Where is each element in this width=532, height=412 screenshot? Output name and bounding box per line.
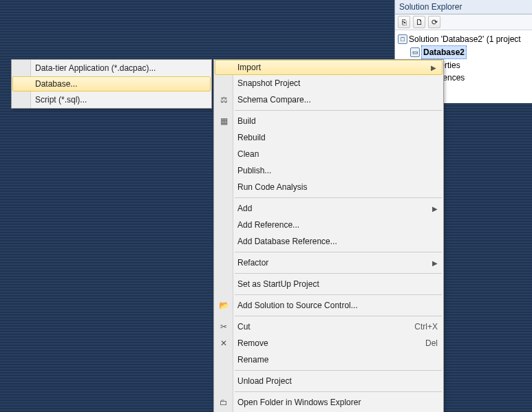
menu-item-label: Build	[233, 116, 438, 126]
submenu-item-label: Script (*.sql)...	[31, 95, 206, 105]
import-submenu-item[interactable]: Script (*.sql)...	[12, 91, 211, 108]
menu-separator	[235, 110, 442, 111]
open-folder-icon: 🗀	[214, 398, 233, 407]
toolbar-refresh-icon[interactable]: ⟳	[428, 16, 440, 28]
project-label: Database2	[421, 45, 467, 59]
submenu-arrow-icon: ▶	[417, 64, 436, 72]
menu-item-label: Add Reference...	[233, 220, 438, 230]
context-menu-item[interactable]: Run Code Analysis	[214, 179, 443, 195]
submenu-item-label: Database...	[31, 79, 204, 89]
context-menu-item[interactable]: Import▶	[215, 60, 443, 75]
solution-label: Solution 'Database2' (1 project	[409, 33, 521, 45]
compare-icon: ⚖	[214, 95, 233, 105]
menu-item-shortcut: Del	[412, 338, 438, 348]
context-menu-item[interactable]: Rename	[214, 351, 443, 368]
menu-separator	[235, 391, 442, 392]
context-menu-item[interactable]: 🗀Open Folder in Windows Explorer	[214, 394, 443, 411]
context-menu-item[interactable]: ▦Build	[214, 113, 443, 129]
folder-icon: 📂	[214, 301, 233, 310]
project-node[interactable]: ▭ Database2	[398, 45, 529, 59]
menu-item-label: Import	[233, 63, 417, 72]
menu-separator	[235, 252, 442, 252]
context-menu-item[interactable]: Publish...	[214, 162, 443, 179]
context-menu-item[interactable]: ✂CutCtrl+X	[214, 318, 443, 335]
context-menu-item[interactable]: ✕RemoveDel	[214, 335, 443, 351]
project-context-menu: Import▶Snapshot Project⚖Schema Compare..…	[213, 59, 444, 412]
menu-item-label: Add Database Reference...	[233, 237, 438, 246]
submenu-item-label: Data-tier Application (*.dacpac)...	[31, 63, 206, 73]
menu-item-label: Refactor	[233, 258, 418, 268]
menu-item-label: Rename	[233, 355, 438, 365]
submenu-arrow-icon: ▶	[418, 259, 438, 267]
menu-item-label: Open Folder in Windows Explorer	[233, 398, 438, 407]
menu-item-label: Schema Compare...	[233, 95, 438, 105]
context-menu-item[interactable]: Rebuild	[214, 129, 443, 146]
context-menu-item[interactable]: Add▶	[214, 200, 443, 217]
build-icon: ▦	[214, 116, 233, 126]
project-icon: ▭	[410, 47, 420, 57]
submenu-arrow-icon: ▶	[418, 205, 438, 213]
menu-separator	[235, 197, 442, 198]
menu-item-shortcut: Ctrl+X	[401, 322, 438, 332]
toolbar-copy-icon[interactable]: ⎘	[398, 16, 410, 28]
menu-item-label: Publish...	[233, 166, 438, 175]
menu-separator	[235, 273, 442, 274]
context-menu-item[interactable]: Refactor▶	[214, 254, 443, 271]
menu-item-label: Add	[233, 204, 418, 213]
menu-item-label: Remove	[233, 338, 412, 348]
context-menu-item[interactable]: 📂Add Solution to Source Control...	[214, 297, 443, 314]
context-menu-item[interactable]: Add Database Reference...	[214, 233, 443, 250]
context-menu-item[interactable]: Add Reference...	[214, 217, 443, 233]
menu-separator	[235, 294, 442, 295]
menu-item-label: Cut	[233, 322, 401, 332]
context-menu-item[interactable]: Clean	[214, 146, 443, 162]
context-menu-item[interactable]: Snapshot Project	[214, 75, 443, 91]
menu-item-label: Clean	[233, 149, 438, 159]
menu-separator	[235, 370, 442, 371]
solution-node[interactable]: □ Solution 'Database2' (1 project	[398, 33, 529, 45]
context-menu-item[interactable]: ⚖Schema Compare...	[214, 91, 443, 108]
context-menu-item[interactable]: Set as StartUp Project	[214, 276, 443, 292]
menu-item-label: Snapshot Project	[233, 78, 438, 88]
solution-explorer-toolbar: ⎘ 🗋 ⟳	[395, 14, 532, 30]
menu-separator	[235, 316, 442, 316]
menu-item-label: Set as StartUp Project	[233, 279, 438, 289]
solution-icon: □	[398, 34, 407, 44]
import-submenu-item[interactable]: Database...	[12, 76, 211, 91]
remove-icon: ✕	[214, 338, 233, 348]
cut-icon: ✂	[214, 322, 233, 332]
toolbar-document-icon[interactable]: 🗋	[413, 16, 425, 28]
menu-item-label: Add Solution to Source Control...	[233, 301, 438, 310]
context-menu-item[interactable]: Unload Project	[214, 373, 443, 389]
import-submenu: Data-tier Application (*.dacpac)...Datab…	[11, 59, 212, 109]
menu-item-label: Rebuild	[233, 133, 438, 142]
menu-item-label: Run Code Analysis	[233, 182, 438, 192]
solution-explorer-title: Solution Explorer	[395, 0, 532, 14]
import-submenu-item[interactable]: Data-tier Application (*.dacpac)...	[12, 60, 211, 76]
menu-item-label: Unload Project	[233, 376, 438, 386]
